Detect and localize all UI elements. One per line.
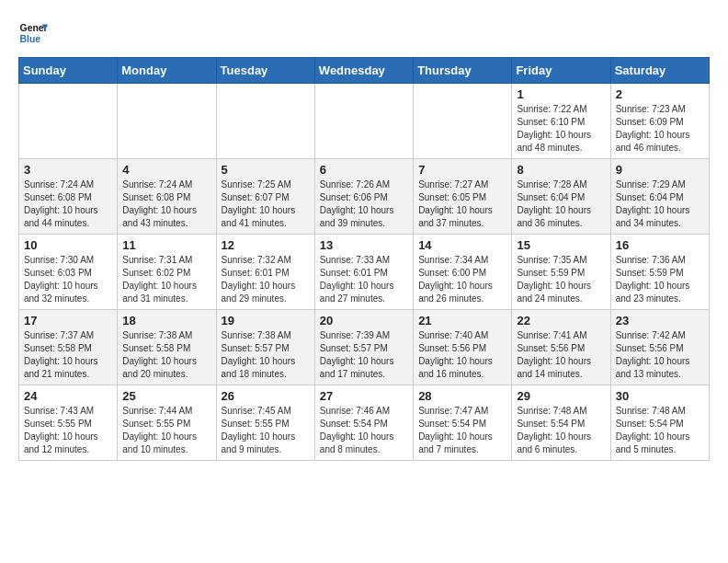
day-info: Sunrise: 7:24 AM Sunset: 6:08 PM Dayligh… [122, 178, 210, 230]
calendar-cell: 29Sunrise: 7:48 AM Sunset: 5:54 PM Dayli… [512, 385, 610, 461]
calendar-cell: 21Sunrise: 7:40 AM Sunset: 5:56 PM Dayli… [414, 310, 512, 385]
day-number: 11 [122, 238, 210, 252]
day-info: Sunrise: 7:25 AM Sunset: 6:07 PM Dayligh… [222, 178, 310, 230]
weekday-header-tuesday: Tuesday [216, 58, 314, 84]
day-info: Sunrise: 7:28 AM Sunset: 6:04 PM Dayligh… [517, 178, 605, 230]
day-info: Sunrise: 7:38 AM Sunset: 5:57 PM Dayligh… [222, 329, 310, 381]
day-number: 9 [616, 163, 704, 177]
calendar-cell: 12Sunrise: 7:32 AM Sunset: 6:01 PM Dayli… [216, 235, 314, 310]
day-number: 3 [24, 163, 112, 177]
day-info: Sunrise: 7:27 AM Sunset: 6:05 PM Dayligh… [418, 178, 506, 230]
calendar-cell: 4Sunrise: 7:24 AM Sunset: 6:08 PM Daylig… [118, 159, 216, 235]
day-info: Sunrise: 7:41 AM Sunset: 5:56 PM Dayligh… [517, 329, 605, 381]
day-number: 1 [517, 87, 605, 101]
calendar-cell: 5Sunrise: 7:25 AM Sunset: 6:07 PM Daylig… [216, 159, 314, 235]
calendar-cell [314, 84, 413, 159]
day-info: Sunrise: 7:29 AM Sunset: 6:04 PM Dayligh… [616, 178, 704, 230]
calendar-cell: 7Sunrise: 7:27 AM Sunset: 6:05 PM Daylig… [414, 159, 512, 235]
weekday-header-saturday: Saturday [610, 58, 709, 84]
day-info: Sunrise: 7:31 AM Sunset: 6:02 PM Dayligh… [122, 254, 210, 305]
week-row-2: 3Sunrise: 7:24 AM Sunset: 6:08 PM Daylig… [19, 159, 710, 235]
day-number: 4 [122, 163, 210, 177]
day-info: Sunrise: 7:48 AM Sunset: 5:54 PM Dayligh… [517, 405, 605, 456]
calendar-cell: 18Sunrise: 7:38 AM Sunset: 5:58 PM Dayli… [118, 310, 216, 385]
day-number: 24 [24, 389, 112, 403]
day-info: Sunrise: 7:39 AM Sunset: 5:57 PM Dayligh… [320, 329, 408, 381]
day-info: Sunrise: 7:48 AM Sunset: 5:54 PM Dayligh… [616, 405, 704, 456]
calendar-cell: 26Sunrise: 7:45 AM Sunset: 5:55 PM Dayli… [216, 385, 314, 461]
calendar-cell: 30Sunrise: 7:48 AM Sunset: 5:54 PM Dayli… [610, 385, 709, 461]
week-row-1: 1Sunrise: 7:22 AM Sunset: 6:10 PM Daylig… [19, 84, 710, 159]
day-info: Sunrise: 7:24 AM Sunset: 6:08 PM Dayligh… [24, 178, 112, 230]
calendar-cell: 8Sunrise: 7:28 AM Sunset: 6:04 PM Daylig… [512, 159, 610, 235]
calendar-cell: 17Sunrise: 7:37 AM Sunset: 5:58 PM Dayli… [19, 310, 118, 385]
weekday-header-thursday: Thursday [414, 58, 512, 84]
week-row-3: 10Sunrise: 7:30 AM Sunset: 6:03 PM Dayli… [19, 235, 710, 310]
day-info: Sunrise: 7:38 AM Sunset: 5:58 PM Dayligh… [122, 329, 210, 381]
day-number: 14 [418, 238, 506, 252]
calendar-cell: 20Sunrise: 7:39 AM Sunset: 5:57 PM Dayli… [314, 310, 413, 385]
day-info: Sunrise: 7:37 AM Sunset: 5:58 PM Dayligh… [24, 329, 112, 381]
calendar-cell: 23Sunrise: 7:42 AM Sunset: 5:56 PM Dayli… [610, 310, 709, 385]
day-number: 13 [320, 238, 408, 252]
day-number: 12 [222, 238, 310, 252]
day-number: 10 [24, 238, 112, 252]
calendar-cell [216, 84, 314, 159]
day-number: 2 [616, 87, 704, 101]
calendar-cell [19, 84, 118, 159]
day-info: Sunrise: 7:36 AM Sunset: 5:59 PM Dayligh… [616, 254, 704, 305]
calendar-cell: 10Sunrise: 7:30 AM Sunset: 6:03 PM Dayli… [19, 235, 118, 310]
calendar-cell: 3Sunrise: 7:24 AM Sunset: 6:08 PM Daylig… [19, 159, 118, 235]
day-number: 8 [517, 163, 605, 177]
calendar-cell: 22Sunrise: 7:41 AM Sunset: 5:56 PM Dayli… [512, 310, 610, 385]
page-header: General Blue [18, 18, 710, 48]
day-info: Sunrise: 7:32 AM Sunset: 6:01 PM Dayligh… [222, 254, 310, 305]
day-number: 23 [616, 314, 704, 327]
weekday-header-sunday: Sunday [19, 58, 118, 84]
day-number: 6 [320, 163, 408, 177]
day-number: 29 [517, 389, 605, 403]
calendar-cell: 28Sunrise: 7:47 AM Sunset: 5:54 PM Dayli… [414, 385, 512, 461]
day-number: 20 [320, 314, 408, 327]
calendar-cell: 13Sunrise: 7:33 AM Sunset: 6:01 PM Dayli… [314, 235, 413, 310]
day-number: 7 [418, 163, 506, 177]
day-info: Sunrise: 7:46 AM Sunset: 5:54 PM Dayligh… [320, 405, 408, 456]
week-row-4: 17Sunrise: 7:37 AM Sunset: 5:58 PM Dayli… [19, 310, 710, 385]
calendar-cell: 16Sunrise: 7:36 AM Sunset: 5:59 PM Dayli… [610, 235, 709, 310]
day-info: Sunrise: 7:43 AM Sunset: 5:55 PM Dayligh… [24, 405, 112, 456]
day-number: 15 [517, 238, 605, 252]
calendar-cell: 24Sunrise: 7:43 AM Sunset: 5:55 PM Dayli… [19, 385, 118, 461]
calendar-cell: 6Sunrise: 7:26 AM Sunset: 6:06 PM Daylig… [314, 159, 413, 235]
day-info: Sunrise: 7:45 AM Sunset: 5:55 PM Dayligh… [222, 405, 310, 456]
day-info: Sunrise: 7:42 AM Sunset: 5:56 PM Dayligh… [616, 329, 704, 381]
calendar-cell: 9Sunrise: 7:29 AM Sunset: 6:04 PM Daylig… [610, 159, 709, 235]
calendar-cell: 15Sunrise: 7:35 AM Sunset: 5:59 PM Dayli… [512, 235, 610, 310]
calendar-cell: 1Sunrise: 7:22 AM Sunset: 6:10 PM Daylig… [512, 84, 610, 159]
day-info: Sunrise: 7:47 AM Sunset: 5:54 PM Dayligh… [418, 405, 506, 456]
day-number: 17 [24, 314, 112, 327]
day-info: Sunrise: 7:44 AM Sunset: 5:55 PM Dayligh… [122, 405, 210, 456]
weekday-header-friday: Friday [512, 58, 610, 84]
day-number: 16 [616, 238, 704, 252]
day-info: Sunrise: 7:34 AM Sunset: 6:00 PM Dayligh… [418, 254, 506, 305]
day-number: 22 [517, 314, 605, 327]
day-number: 27 [320, 389, 408, 403]
calendar-cell: 11Sunrise: 7:31 AM Sunset: 6:02 PM Dayli… [118, 235, 216, 310]
calendar-cell [118, 84, 216, 159]
calendar-cell: 14Sunrise: 7:34 AM Sunset: 6:00 PM Dayli… [414, 235, 512, 310]
calendar-cell [414, 84, 512, 159]
calendar-cell: 2Sunrise: 7:23 AM Sunset: 6:09 PM Daylig… [610, 84, 709, 159]
day-number: 28 [418, 389, 506, 403]
logo: General Blue [18, 18, 48, 48]
day-number: 18 [122, 314, 210, 327]
day-number: 5 [222, 163, 310, 177]
calendar-table: SundayMondayTuesdayWednesdayThursdayFrid… [18, 57, 710, 461]
day-info: Sunrise: 7:30 AM Sunset: 6:03 PM Dayligh… [24, 254, 112, 305]
day-info: Sunrise: 7:33 AM Sunset: 6:01 PM Dayligh… [320, 254, 408, 305]
logo-icon: General Blue [18, 18, 48, 48]
calendar-cell: 19Sunrise: 7:38 AM Sunset: 5:57 PM Dayli… [216, 310, 314, 385]
day-info: Sunrise: 7:40 AM Sunset: 5:56 PM Dayligh… [418, 329, 506, 381]
svg-text:Blue: Blue [20, 34, 41, 44]
day-number: 25 [122, 389, 210, 403]
day-number: 21 [418, 314, 506, 327]
